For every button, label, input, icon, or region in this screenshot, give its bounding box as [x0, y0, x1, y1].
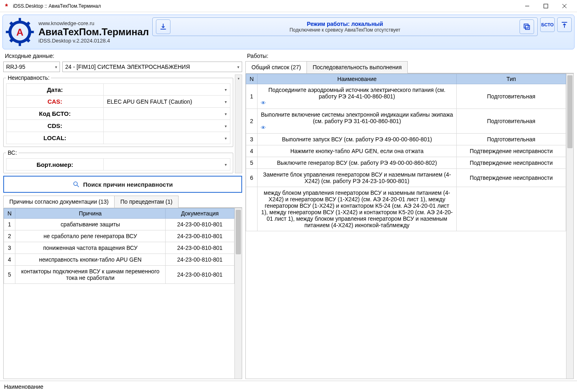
svg-rect-6: [19, 42, 21, 46]
table-row[interactable]: 5 Выключите генератор ВСУ (см. работу РЭ…: [246, 157, 566, 169]
cell-n: 6: [246, 169, 258, 187]
cell-n: 3: [246, 134, 258, 145]
cell-name: Выполните запуск ВСУ (см. работу РЭ 49-0…: [258, 134, 457, 145]
header-url: www.knowledge-core.ru: [38, 20, 149, 26]
svg-rect-1: [544, 4, 548, 8]
system-select-value: 24 - [FIM10] СИСТЕМА ЭЛЕКТРОСНАБЖЕНИЯ: [65, 64, 190, 70]
cell-cause: срабатывание защиты: [15, 219, 166, 230]
table-row[interactable]: 2 Выполните включение системы электронно…: [246, 109, 566, 134]
cas-input[interactable]: ELEC APU GEN FAULT (Caution)▾: [103, 96, 230, 108]
system-select[interactable]: 24 - [FIM10] СИСТЕМА ЭЛЕКТРОСНАБЖЕНИЯ ▾: [62, 62, 242, 72]
causes-col-cause[interactable]: Причина: [15, 209, 166, 219]
cell-n: 2: [246, 109, 258, 134]
cell-type: [457, 187, 566, 231]
window-title: iDSS.Desktop :: АвиаТехПом.Терминал: [13, 3, 518, 9]
aircraft-select[interactable]: RRJ-95 ▾: [3, 62, 60, 72]
causes-col-doc[interactable]: Документация: [166, 209, 234, 219]
titlebar: iDSS.Desktop :: АвиаТехПом.Терминал: [0, 0, 577, 12]
table-row[interactable]: 3 Выполните запуск ВСУ (см. работу РЭ 49…: [246, 134, 566, 145]
eye-icon: 👁: [261, 125, 266, 131]
footer: Наименование: [0, 381, 577, 392]
cell-type: Подготовительная: [457, 109, 566, 134]
input-section-label: Исходные данные:: [5, 53, 242, 59]
works-tabs: Общий список (27) Последовательность вып…: [245, 61, 574, 73]
header-version: iDSS.Desktop v.2.2024.0128.4: [38, 38, 149, 44]
cds-input[interactable]: ▾: [103, 120, 230, 132]
table-row[interactable]: 6 Замените блок управления генератором В…: [246, 169, 566, 187]
causes-tabs: Причины согласно документации (13) По пр…: [3, 195, 242, 208]
cell-n: 5: [246, 157, 258, 169]
cell-type: Подтверждение неисправности: [457, 157, 566, 169]
table-row[interactable]: между блоком управления генератором ВСУ …: [246, 187, 566, 231]
chevron-down-icon: ▾: [225, 162, 227, 167]
cell-cause: неисправность кнопки-табло APU GEN: [15, 254, 166, 266]
fault-group-legend: Неисправность:: [6, 75, 51, 81]
cell-name: Выполните включение системы электронной …: [258, 109, 457, 134]
cell-type: Подготовительная: [457, 84, 566, 109]
table-row[interactable]: 5 контакторы подключения ВСУ к шинам пер…: [4, 266, 234, 284]
table-row[interactable]: 1 Подсоедините аэродромный источник элек…: [246, 84, 566, 109]
status-mode: Режим работы: локальный: [175, 21, 515, 27]
export-button[interactable]: [557, 17, 572, 32]
header-panel: A www.knowledge-core.ru АвиаТехПом.Терми…: [2, 15, 575, 49]
table-row[interactable]: 1 срабатывание защиты 24-23-00-810-801: [4, 219, 234, 230]
windows-button[interactable]: [520, 19, 534, 34]
minimize-button[interactable]: [518, 0, 537, 12]
cell-name: Нажмите кнопку-табло APU GEN, если она о…: [258, 145, 457, 157]
maximize-button[interactable]: [537, 0, 555, 12]
status-bar: Режим работы: локальный Подключение к ср…: [152, 17, 538, 36]
bort-label: Борт.номер:: [6, 158, 103, 170]
cell-n: 5: [4, 266, 15, 284]
works-col-type[interactable]: Тип: [457, 74, 566, 84]
cell-n: 4: [4, 254, 15, 266]
ac-group-legend: ВС:: [6, 149, 19, 156]
svg-rect-8: [30, 31, 34, 33]
works-scrollbar[interactable]: [566, 74, 573, 379]
aircraft-group: ВС: Борт.номер: ▾: [3, 149, 233, 173]
works-col-name[interactable]: Наименование: [258, 74, 457, 84]
tab-causes-precedents[interactable]: По прецедентам (1): [114, 196, 179, 208]
causes-scrollbar[interactable]: [234, 208, 242, 379]
search-faults-button[interactable]: Поиск причин неисправности: [3, 176, 242, 193]
cell-name: Замените блок управления генератором ВСУ…: [258, 169, 457, 187]
chevron-down-icon: ▾: [237, 65, 239, 69]
table-row[interactable]: 4 Нажмите кнопку-табло APU GEN, если она…: [246, 145, 566, 157]
svg-rect-5: [19, 18, 21, 22]
works-col-n[interactable]: N: [246, 74, 258, 84]
bsto-label: Код БСТО:: [6, 108, 103, 120]
cds-label: CDS:: [6, 120, 103, 132]
svg-rect-15: [526, 26, 530, 30]
tab-works-seq[interactable]: Последовательность выполнения: [307, 61, 408, 73]
table-row[interactable]: 3 пониженная частота вращения ВСУ 24-23-…: [4, 242, 234, 254]
app-logo-icon: A: [5, 17, 34, 47]
cell-cause: пониженная частота вращения ВСУ: [15, 242, 166, 254]
cell-type: Подтверждение неисправности: [457, 145, 566, 157]
date-input[interactable]: ▾: [103, 83, 230, 96]
svg-line-17: [77, 185, 79, 187]
cell-n: [246, 187, 258, 231]
cell-n: 1: [246, 84, 258, 109]
works-table: N Наименование Тип 1 Подсоедините аэродр…: [246, 74, 566, 231]
causes-table: N Причина Документация 1 срабатывание за…: [4, 208, 234, 284]
download-button[interactable]: [156, 19, 170, 34]
cas-label: CAS:: [6, 96, 103, 108]
causes-col-n[interactable]: N: [4, 209, 15, 219]
footer-label: Наименование: [4, 383, 43, 390]
svg-rect-7: [6, 31, 10, 33]
bsto-input[interactable]: ▾: [103, 108, 230, 120]
chevron-down-icon: ▾: [55, 65, 57, 69]
bsto-button[interactable]: БСТО: [540, 17, 555, 32]
close-button[interactable]: [555, 0, 574, 12]
chevron-down-icon: ▾: [225, 136, 227, 140]
local-input[interactable]: ▾: [103, 132, 230, 144]
bort-input[interactable]: ▾: [103, 158, 230, 170]
cell-doc: 24-23-00-810-801: [166, 266, 234, 284]
tab-works-all[interactable]: Общий список (27): [245, 61, 307, 73]
cell-name: Подсоедините аэродромный источник электр…: [258, 84, 457, 109]
tab-causes-docs[interactable]: Причины согласно документации (13): [3, 196, 115, 208]
form-scrollbar[interactable]: ▾: [235, 75, 242, 173]
table-row[interactable]: 4 неисправность кнопки-табло APU GEN 24-…: [4, 254, 234, 266]
works-section-label: Работы:: [247, 53, 574, 59]
cell-n: 4: [246, 145, 258, 157]
table-row[interactable]: 2 не сработало реле генератора ВСУ 24-23…: [4, 230, 234, 242]
